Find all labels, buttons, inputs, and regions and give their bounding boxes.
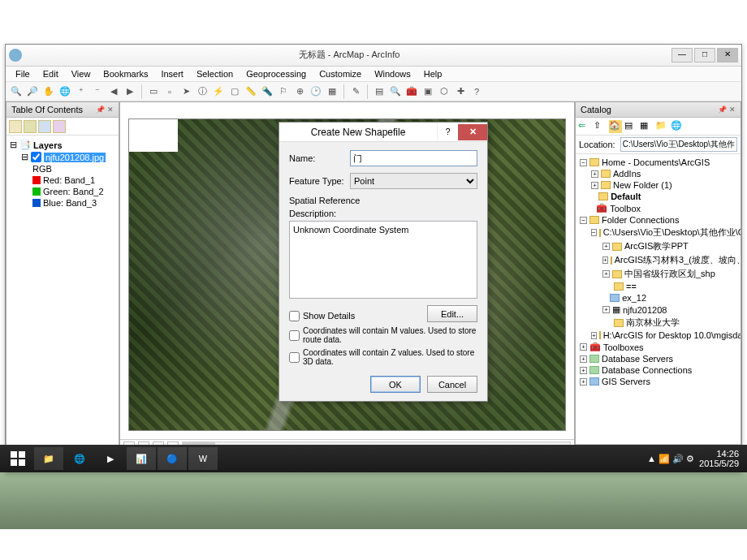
taskbar-clock[interactable]: 14:26 2015/5/29 (694, 449, 744, 468)
toggle-tree-icon[interactable]: ▤ (624, 120, 637, 133)
catalog-window-icon[interactable]: ▤ (372, 84, 386, 99)
back-icon[interactable]: ⇐ (578, 120, 591, 133)
name-input[interactable] (350, 150, 477, 166)
goto-xy-icon[interactable]: ⊕ (292, 84, 307, 99)
back-icon[interactable]: ◀ (106, 84, 121, 99)
fixed-zoom-out-icon[interactable]: ⁻ (90, 84, 105, 99)
ok-button[interactable]: OK (370, 376, 421, 393)
ex12-node[interactable]: ex_12 (578, 292, 738, 304)
minimize-button[interactable]: — (671, 48, 693, 62)
forward-icon[interactable]: ▶ (123, 84, 137, 99)
catalog-pin-icon[interactable]: 📌 ✕ (718, 106, 736, 114)
measure-icon[interactable]: 📏 (244, 84, 258, 99)
home-node[interactable]: −Home - Documents\ArcGIS (578, 157, 738, 168)
pin-icon[interactable]: 📌 ✕ (96, 106, 114, 114)
app-icon (9, 49, 22, 62)
m-values-checkbox[interactable]: Coordinates will contain M values. Used … (289, 326, 477, 344)
dialog-help-icon[interactable]: ? (437, 124, 458, 140)
dbconn-node[interactable]: +Database Connections (578, 364, 738, 376)
home-icon[interactable]: 🏠 (609, 120, 622, 133)
feature-type-select[interactable]: Point (350, 173, 477, 189)
menu-customize[interactable]: Customize (313, 67, 368, 80)
full-extent-icon[interactable]: 🌐 (58, 84, 72, 99)
window-title: 无标题 - ArcMap - ArcInfo (28, 49, 670, 61)
menu-view[interactable]: View (65, 67, 97, 80)
menu-geoprocessing[interactable]: Geoprocessing (240, 67, 313, 80)
search-window-icon[interactable]: 🔍 (388, 84, 403, 99)
toolboxes-node[interactable]: +🧰Toolboxes (578, 341, 738, 353)
edit-button[interactable]: Edit... (427, 305, 477, 322)
menu-help[interactable]: Help (417, 67, 449, 80)
menu-windows[interactable]: Windows (368, 67, 417, 80)
help-icon[interactable]: ? (469, 84, 484, 99)
pan-icon[interactable]: ✋ (41, 84, 56, 99)
ie-icon[interactable]: 🌐 (65, 447, 94, 470)
connect-gis-server-icon[interactable]: 🌐 (671, 120, 684, 133)
default-node[interactable]: Default (578, 191, 738, 202)
layer-checkbox[interactable] (31, 152, 41, 162)
wps-icon[interactable]: W (188, 447, 218, 470)
find-route-icon[interactable]: ⚐ (276, 84, 291, 99)
html-popup-icon[interactable]: ▢ (227, 84, 242, 99)
dialog-titlebar: Create New Shapefile ? ✕ (279, 123, 487, 142)
list-by-visibility-icon[interactable] (38, 120, 51, 133)
layer-njfu[interactable]: ⊟ njfu201208.jpg (10, 151, 115, 163)
njfu-node[interactable]: +▦njfu201208 (578, 304, 738, 316)
nlu-node[interactable]: 南京林业大学 (578, 316, 738, 330)
addins-node[interactable]: +AddIns (578, 168, 738, 179)
folder-connections-node[interactable]: −Folder Connections (578, 214, 738, 226)
cancel-button[interactable]: Cancel (427, 376, 477, 393)
menu-bookmarks[interactable]: Bookmarks (97, 67, 154, 80)
pointer-icon[interactable]: ➤ (179, 84, 193, 99)
clear-selection-icon[interactable]: ▫ (162, 84, 177, 99)
select-icon[interactable]: ▭ (146, 84, 161, 99)
arccatalog-taskbar-icon[interactable]: 📊 (127, 447, 156, 470)
python-icon[interactable]: ▣ (421, 84, 435, 99)
close-button[interactable]: ✕ (717, 48, 738, 62)
model-builder-icon[interactable]: ⬡ (437, 84, 451, 99)
z-values-checkbox[interactable]: Coordinates will contain Z values. Used … (289, 348, 477, 366)
zoom-in-icon[interactable]: 🔍 (9, 84, 24, 99)
list-by-selection-icon[interactable] (53, 120, 66, 133)
fixed-zoom-in-icon[interactable]: ⁺ (74, 84, 89, 99)
mat3-node[interactable]: +ArcGIS练习材料3_(坡度、坡向、三维地形 (578, 253, 738, 267)
layers-root[interactable]: ⊟ 📑 Layers (10, 139, 115, 151)
dialog-close-icon[interactable]: ✕ (458, 124, 487, 140)
zoom-out-icon[interactable]: 🔎 (25, 84, 40, 99)
media-player-icon[interactable]: ▶ (96, 447, 125, 470)
view-icon[interactable]: ▦ (640, 120, 653, 133)
file-explorer-icon[interactable]: 📁 (34, 447, 63, 470)
description-box: Unknown Coordinate System (289, 221, 477, 299)
path1-node[interactable]: −C:\Users\Vio王\Desktop\其他作业\GIS (578, 226, 738, 239)
arcmap-taskbar-icon[interactable]: 🔵 (158, 447, 187, 470)
dbservers-node[interactable]: +Database Servers (578, 353, 738, 364)
toolbox-icon[interactable]: 🧰 (404, 84, 419, 99)
eq-node[interactable]: == (578, 281, 738, 292)
menu-file[interactable]: File (9, 67, 37, 80)
connect-folder-icon[interactable]: 📁 (655, 120, 668, 133)
maximize-button[interactable]: □ (694, 48, 715, 62)
start-button[interactable] (3, 447, 32, 470)
up-icon[interactable]: ⇧ (594, 120, 607, 133)
list-by-drawing-order-icon[interactable] (9, 120, 22, 133)
menu-insert[interactable]: Insert (154, 67, 190, 80)
newfolder-node[interactable]: +New Folder (1) (578, 179, 738, 191)
editor-icon[interactable]: ✎ (348, 84, 363, 99)
menu-selection[interactable]: Selection (190, 67, 240, 80)
harc-node[interactable]: +H:\ArcGIS for Desktop 10.0\mgisdata (578, 330, 738, 341)
time-slider-icon[interactable]: 🕑 (309, 84, 323, 99)
add-data-icon[interactable]: ✚ (453, 84, 468, 99)
menu-edit[interactable]: Edit (37, 67, 65, 80)
identify-icon[interactable]: ⓘ (195, 84, 209, 99)
gisservers-node[interactable]: +GIS Servers (578, 376, 738, 387)
admin-node[interactable]: +中国省级行政区划_shp (578, 267, 738, 281)
list-by-source-icon[interactable] (24, 120, 37, 133)
ppt-node[interactable]: +ArcGIS教学PPT (578, 239, 738, 253)
viewer-icon[interactable]: ▦ (325, 84, 339, 99)
hyperlink-icon[interactable]: ⚡ (211, 84, 226, 99)
location-input[interactable] (620, 137, 737, 152)
find-icon[interactable]: 🔦 (260, 84, 274, 99)
system-tray[interactable]: ▲ 📶 🔊 ⚙ (647, 454, 694, 464)
toolbox-node[interactable]: 🧰Toolbox (578, 202, 738, 214)
show-details-checkbox[interactable]: Show Details (289, 311, 355, 321)
